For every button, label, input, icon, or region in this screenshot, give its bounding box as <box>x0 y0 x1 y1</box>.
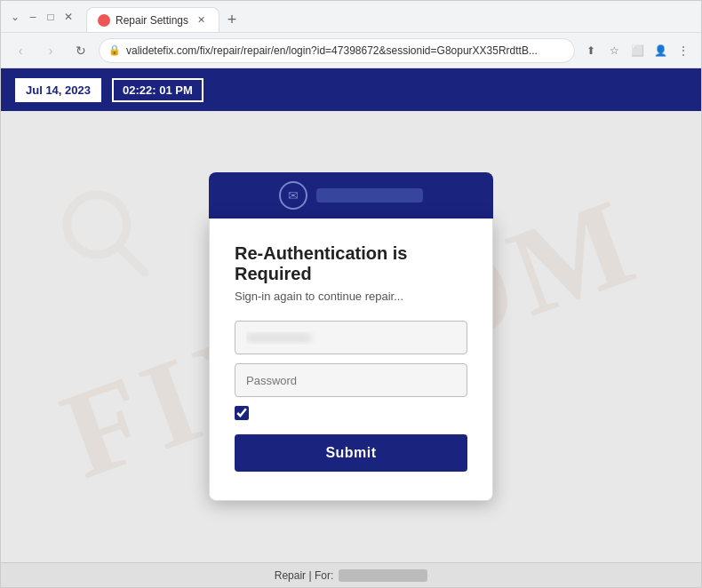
browser-actions: ⬆ ☆ ⬜ 👤 ⋮ <box>580 40 694 61</box>
modal-wrapper: ✉ Re-Authentication is Required Sign-in … <box>209 172 493 501</box>
remember-checkbox[interactable] <box>235 406 249 420</box>
forward-button[interactable]: › <box>38 38 63 63</box>
submit-button[interactable]: Submit <box>235 434 467 472</box>
email-icon: ✉ <box>279 181 307 210</box>
chevron-down-icon[interactable]: ⌄ <box>8 10 22 24</box>
time-badge: 02:22: 01 PM <box>112 78 203 102</box>
lock-icon: 🔒 <box>108 44 121 56</box>
auth-card: Re-Authentication is Required Sign-in ag… <box>209 219 493 501</box>
extensions-icon[interactable]: ⬜ <box>626 40 648 61</box>
active-tab[interactable]: Repair Settings ✕ <box>86 7 219 32</box>
password-input[interactable] <box>235 363 467 397</box>
checkbox-row <box>235 406 467 420</box>
site-header: Jul 14, 2023 02:22: 01 PM <box>1 68 701 111</box>
email-input[interactable] <box>235 321 467 354</box>
back-button[interactable]: ‹ <box>8 38 33 63</box>
new-tab-button[interactable]: + <box>219 7 244 32</box>
date-badge: Jul 14, 2023 <box>15 78 101 102</box>
address-bar: ‹ › ↻ 🔒 validetefix.com/fix/repair/repai… <box>1 33 701 68</box>
site-footer: Repair | For: <box>1 562 701 587</box>
tab-area: Repair Settings ✕ + <box>86 1 694 32</box>
minimize-button[interactable]: – <box>26 10 40 24</box>
url-text: validetefix.com/fix/repair/repair/en/log… <box>126 44 565 57</box>
maximize-button[interactable]: □ <box>44 10 58 24</box>
browser-window: ⌄ – □ ✕ Repair Settings ✕ + ‹ › ↻ 🔒 vali… <box>0 0 702 588</box>
email-header: ✉ <box>209 172 493 219</box>
footer-prefix: Repair | For: <box>275 569 333 582</box>
auth-subtitle: Sign-in again to continue repair... <box>235 290 467 303</box>
close-button[interactable]: ✕ <box>61 10 76 24</box>
modal-overlay: ✉ Re-Authentication is Required Sign-in … <box>1 111 701 562</box>
url-bar[interactable]: 🔒 validetefix.com/fix/repair/repair/en/l… <box>99 38 575 63</box>
bookmark-icon[interactable]: ☆ <box>603 40 625 61</box>
page-content: Jul 14, 2023 02:22: 01 PM fix.com ✉ <box>1 68 701 587</box>
reload-button[interactable]: ↻ <box>68 38 93 63</box>
title-bar: ⌄ – □ ✕ Repair Settings ✕ + <box>1 1 701 33</box>
tab-close-button[interactable]: ✕ <box>194 13 208 28</box>
email-blurred-address <box>316 188 423 203</box>
share-icon[interactable]: ⬆ <box>580 40 602 61</box>
menu-icon[interactable]: ⋮ <box>673 40 694 61</box>
auth-title: Re-Authentication is Required <box>235 243 467 284</box>
profile-icon[interactable]: 👤 <box>650 40 671 61</box>
tab-title: Repair Settings <box>116 14 188 27</box>
tab-favicon-icon <box>98 14 110 27</box>
footer-email-blurred <box>339 569 427 582</box>
